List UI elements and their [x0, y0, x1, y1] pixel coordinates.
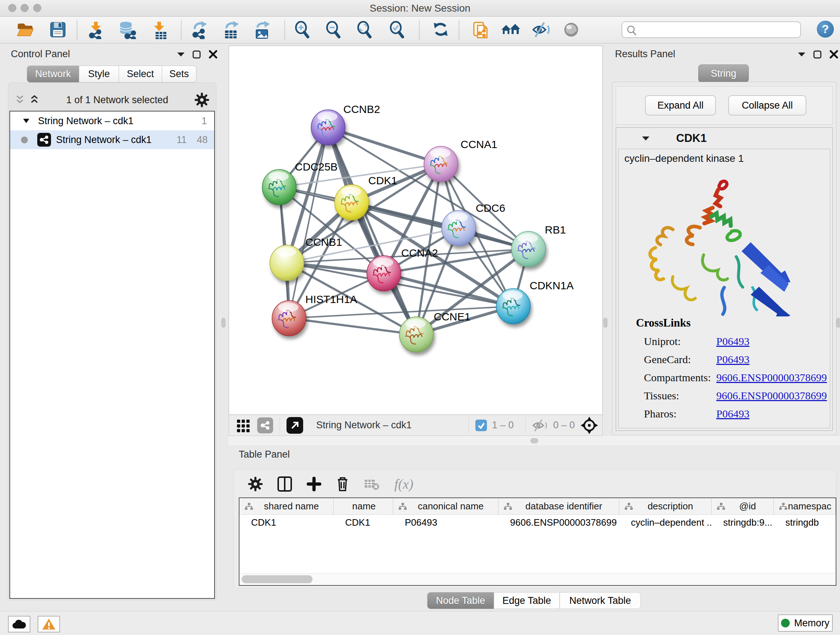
cell-description[interactable]: cyclin–dependent ... — [619, 517, 712, 528]
crosslink-value[interactable]: 9606.ENSP00000378699 — [716, 371, 827, 384]
gene-section-header[interactable]: CDK1 — [616, 128, 832, 149]
tab-network-table[interactable]: Network Table — [560, 592, 641, 609]
tab-network[interactable]: Network — [27, 65, 79, 82]
string-network-badge-icon[interactable] — [257, 417, 273, 433]
column-header-name[interactable]: name — [333, 498, 393, 515]
splitter-handle-far-right[interactable] — [836, 318, 840, 328]
open-session-icon[interactable] — [16, 21, 35, 40]
splitter-handle-right[interactable] — [603, 318, 607, 328]
home-icon[interactable] — [501, 21, 521, 41]
node-CCNA2[interactable] — [367, 256, 401, 291]
results-menu-icon[interactable] — [798, 52, 805, 57]
column-header-canonical-name[interactable]: canonical name — [393, 498, 499, 515]
gene-expander-icon[interactable] — [642, 136, 649, 141]
results-close-icon[interactable] — [829, 50, 838, 59]
tab-sets[interactable]: Sets — [162, 65, 196, 82]
clone-network-icon[interactable] — [472, 21, 491, 41]
node-CCNB2[interactable] — [311, 110, 345, 145]
import-network-icon[interactable] — [87, 21, 106, 41]
splitter-knob[interactable] — [531, 438, 538, 443]
node-CDC25B[interactable] — [262, 169, 296, 205]
column-header-@id[interactable]: @id — [712, 498, 774, 515]
node-RB1[interactable] — [512, 231, 546, 267]
cell-canonical-name[interactable]: P06493 — [393, 517, 499, 528]
node-CDC6[interactable] — [442, 211, 476, 246]
network-options-gear-icon[interactable] — [195, 93, 209, 107]
column-header-shared-name[interactable]: shared name — [240, 498, 333, 515]
table-settings-gear-icon[interactable] — [248, 477, 263, 491]
import-table-icon[interactable] — [151, 21, 169, 41]
help-button[interactable]: ? — [817, 21, 834, 38]
cell-name[interactable]: CDK1 — [333, 517, 393, 528]
network-view[interactable]: CCNB2CCNA1CDC25BCDK1CDC6RB1CCNB1CCNA2CDK… — [229, 46, 603, 415]
scrollbar-thumb[interactable] — [242, 575, 313, 583]
node-HIST1H1A[interactable] — [272, 301, 306, 336]
zoom-in-icon[interactable] — [294, 21, 311, 41]
splitter-handle-left[interactable] — [221, 318, 225, 328]
column-header-description[interactable]: description — [619, 498, 712, 515]
network-row-selected[interactable]: String Network – cdk1 11 48 — [10, 130, 214, 149]
cell-shared-name[interactable]: CDK1 — [240, 517, 333, 528]
export-image-icon[interactable] — [253, 21, 271, 41]
cell-namespac[interactable]: stringdb — [774, 517, 836, 528]
show-hide-graphics-icon[interactable] — [532, 21, 551, 41]
collapse-all-icon[interactable] — [14, 95, 25, 105]
panel-menu-icon[interactable] — [177, 52, 185, 57]
cloud-button[interactable] — [8, 616, 30, 632]
table-horizontal-scrollbar[interactable] — [240, 573, 835, 584]
network-collection-row[interactable]: String Network – cdk1 1 — [10, 111, 214, 130]
zoom-selected-icon[interactable] — [388, 21, 406, 41]
node-CDKN1A[interactable] — [496, 288, 531, 324]
delete-table-icon[interactable] — [364, 478, 380, 491]
delete-column-icon[interactable] — [336, 476, 349, 492]
tab-edge-table[interactable]: Edge Table — [494, 592, 560, 609]
import-network-database-icon[interactable] — [118, 21, 137, 41]
tab-style[interactable]: Style — [79, 65, 119, 82]
tree-expander-icon[interactable] — [23, 119, 29, 123]
results-tab-string[interactable]: String — [698, 65, 749, 82]
export-table-icon[interactable] — [222, 21, 240, 41]
save-session-icon[interactable] — [49, 21, 66, 40]
grid-view-icon[interactable] — [236, 418, 251, 432]
export-network-icon[interactable] — [191, 21, 210, 41]
collapse-all-button[interactable]: Collapse All — [728, 95, 806, 116]
tab-select[interactable]: Select — [119, 65, 162, 82]
columns-icon[interactable] — [277, 476, 292, 492]
hidden-eye-icon[interactable] — [532, 419, 548, 432]
results-float-icon[interactable] — [813, 50, 821, 59]
column-header-namespac[interactable]: namespac — [774, 498, 836, 515]
panel-close-icon[interactable] — [209, 50, 218, 59]
node-CCNE1[interactable] — [399, 317, 433, 352]
eye-icon[interactable] — [563, 21, 581, 41]
expand-all-button[interactable]: Expand All — [645, 95, 716, 116]
birds-eye-icon[interactable] — [580, 416, 599, 435]
crosslink-value[interactable]: P06493 — [716, 408, 750, 420]
open-in-window-icon[interactable] — [286, 417, 303, 434]
search-input[interactable] — [622, 21, 801, 38]
crosslink-value[interactable]: P06493 — [716, 353, 750, 366]
expand-all-icon[interactable] — [29, 95, 40, 105]
panel-float-icon[interactable] — [193, 50, 201, 59]
node-CDK1[interactable] — [335, 185, 369, 220]
selected-counts: 1 – 0 — [492, 420, 514, 431]
warning-button[interactable] — [38, 616, 60, 632]
cell-@id[interactable]: stringdb:9... — [712, 517, 774, 528]
crosslink-value[interactable]: P06493 — [716, 335, 750, 348]
cell-database-identifier[interactable]: 9606.ENSP00000378699 — [499, 517, 619, 528]
function-builder-icon[interactable]: f(x) — [394, 476, 414, 492]
selected-checkbox-icon[interactable] — [475, 420, 487, 431]
memory-button[interactable]: Memory — [778, 614, 833, 632]
column-header-database-identifier[interactable]: database identifier — [499, 498, 619, 515]
add-column-icon[interactable] — [307, 477, 321, 491]
table-row[interactable]: CDK1CDK1P064939606.ENSP00000378699cyclin… — [240, 515, 836, 530]
edge-CCNB2-CCNA1[interactable] — [328, 127, 441, 164]
tab-node-table[interactable]: Node Table — [427, 592, 494, 609]
node-CCNB1[interactable] — [270, 245, 304, 280]
edge-HIST1H1A-CCNE1[interactable] — [289, 318, 416, 334]
refresh-icon[interactable] — [432, 21, 450, 41]
zoom-out-icon[interactable] — [325, 21, 342, 41]
zoom-fit-icon[interactable] — [356, 21, 373, 41]
node-CCNA1[interactable] — [424, 146, 458, 182]
horizontal-splitter[interactable] — [229, 436, 840, 445]
crosslink-value[interactable]: 9606.ENSP00000378699 — [716, 390, 827, 402]
